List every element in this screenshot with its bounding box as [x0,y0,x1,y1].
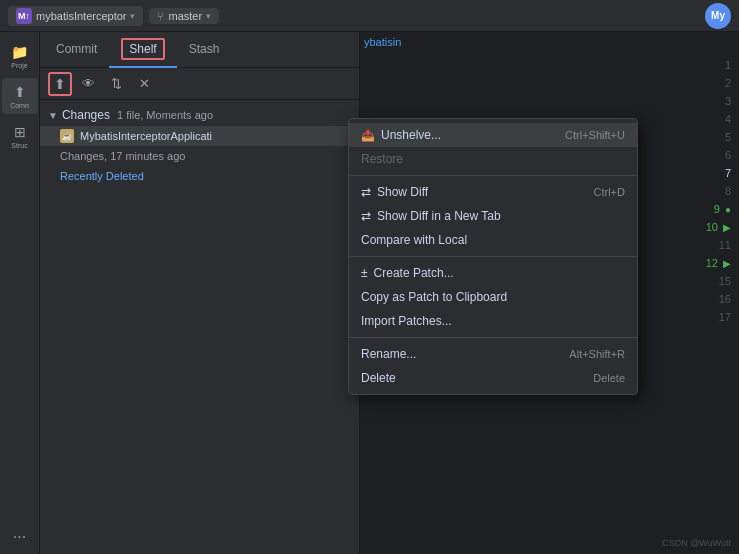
ctx-create-patch-text: Create Patch... [374,266,454,280]
ctx-rename[interactable]: Rename... Alt+Shift+R [349,342,637,366]
user-avatar[interactable]: My [705,3,731,29]
content-panel: Commit Shelf Stash ⬆ 👁 ⇅ ✕ [40,32,360,554]
ctx-import-patches-label: Import Patches... [361,314,452,328]
diff-icon: ⇄ [361,185,371,199]
line-3: 3 [711,92,731,110]
line-4: 4 [711,110,731,128]
ctx-import-patches[interactable]: Import Patches... [349,309,637,333]
ctx-compare-local[interactable]: Compare with Local [349,228,637,252]
file-partial-text: ybatisin [360,32,739,52]
sort-icon: ⇅ [111,76,122,91]
unshelve-button[interactable]: ⬆ [48,72,72,96]
sub-item-recently-deleted[interactable]: Recently Deleted [40,166,359,186]
project-icon: 📁 [11,44,28,60]
ctx-delete-text: Delete [361,371,396,385]
eye-icon: 👁 [82,76,95,91]
line-10: 10 ▶ [706,218,731,236]
toolbar: ⬆ 👁 ⇅ ✕ [40,68,359,100]
ctx-unshelve[interactable]: 📤 Unshelve... Ctrl+Shift+U [349,123,637,147]
user-section: My [705,3,731,29]
line-17: 17 [711,308,731,326]
file-item[interactable]: ☕ MybatisInterceptorApplicati [40,126,359,146]
ctx-show-diff[interactable]: ⇄ Show Diff Ctrl+D [349,180,637,204]
ctx-copy-patch-text: Copy as Patch to Clipboard [361,290,507,304]
ctx-restore: Restore [349,147,637,171]
ctx-show-diff-tab[interactable]: ⇄ Show Diff in a New Tab [349,204,637,228]
ctx-rename-shortcut: Alt+Shift+R [569,348,625,360]
run-icon-12: ▶ [723,255,731,273]
line-5: 5 [711,128,731,146]
repo-avatar: M↑ [16,8,32,24]
sidebar-item-commit-label: Comn [10,102,29,109]
ctx-delete-shortcut: Delete [593,372,625,384]
tabs-bar: Commit Shelf Stash [40,32,359,68]
repo-name: mybatisInterceptor [36,10,126,22]
tab-shelf-label: Shelf [121,38,164,60]
ctx-unshelve-text: Unshelve... [381,128,441,142]
branch-chevron-icon: ▾ [206,11,211,21]
ctx-copy-patch-label: Copy as Patch to Clipboard [361,290,507,304]
user-avatar-label: My [711,10,725,21]
tab-stash[interactable]: Stash [177,32,232,68]
ctx-copy-patch[interactable]: Copy as Patch to Clipboard [349,285,637,309]
sidebar-item-project[interactable]: 📁 Proje [2,38,38,74]
section-title: Changes [62,108,110,122]
line-15: 15 [711,272,731,290]
ctx-rename-label: Rename... [361,347,416,361]
file-name: MybatisInterceptorApplicati [80,130,212,142]
sort-button[interactable]: ⇅ [104,72,128,96]
collapse-arrow-icon: ▼ [48,110,58,121]
line-1: 1 [711,56,731,74]
unshelve-icon: ⬆ [54,76,66,92]
patch-icon: ± [361,266,368,280]
ctx-restore-label-group: Restore [361,152,403,166]
tab-commit[interactable]: Commit [44,32,109,68]
line-11: 11 [711,236,731,254]
repo-chevron-icon: ▾ [130,11,135,21]
ctx-show-diff-tab-text: Show Diff in a New Tab [377,209,501,223]
ctx-compare-label: Compare with Local [361,233,467,247]
close-button[interactable]: ✕ [132,72,156,96]
ctx-import-patches-text: Import Patches... [361,314,452,328]
sidebar-item-project-label: Proje [11,62,27,69]
branch-selector[interactable]: ⑂ master ▾ [149,8,219,24]
ctx-sep-1 [349,175,637,176]
ctx-restore-text: Restore [361,152,403,166]
ctx-unshelve-label-group: 📤 Unshelve... [361,128,441,142]
diff-tab-icon: ⇄ [361,209,371,223]
run-icon: ▶ [723,219,731,237]
close-icon: ✕ [139,76,150,91]
tab-shelf[interactable]: Shelf [109,32,176,68]
eye-button[interactable]: 👁 [76,72,100,96]
line-2: 2 [711,74,731,92]
commit-icon: ⬆ [14,84,26,100]
watermark: CSDN @WuWuIt [662,538,731,548]
sub-item-changes[interactable]: Changes, 17 minutes ago [40,146,359,166]
ctx-compare-text: Compare with Local [361,233,467,247]
line-9: 9 ● [711,200,731,218]
sidebar-item-structure-label: Struc [11,142,27,149]
left-sidebar: 📁 Proje ⬆ Comn ⊞ Struc ··· [0,32,40,554]
ctx-create-patch[interactable]: ± Create Patch... [349,261,637,285]
line-7: 7 [711,164,731,182]
ctx-delete-label: Delete [361,371,396,385]
ctx-create-patch-label: ± Create Patch... [361,266,454,280]
more-options-button[interactable]: ··· [13,528,26,546]
changes-header[interactable]: ▼ Changes 1 file, Moments ago [40,104,359,126]
ctx-unshelve-shortcut: Ctrl+Shift+U [565,129,625,141]
ctx-show-diff-shortcut: Ctrl+D [594,186,625,198]
ctx-sep-3 [349,337,637,338]
breakpoint-icon: ● [725,201,731,219]
line-8: 8 [711,182,731,200]
ctx-show-diff-tab-label: ⇄ Show Diff in a New Tab [361,209,501,223]
structure-icon: ⊞ [14,124,26,140]
ctx-delete[interactable]: Delete Delete [349,366,637,390]
sidebar-item-commit[interactable]: ⬆ Comn [2,78,38,114]
repo-selector[interactable]: M↑ mybatisInterceptor ▾ [8,6,143,26]
ctx-show-diff-text: Show Diff [377,185,428,199]
ctx-show-diff-label: ⇄ Show Diff [361,185,428,199]
ctx-sep-2 [349,256,637,257]
sidebar-item-structure[interactable]: ⊞ Struc [2,118,38,154]
line-12: 12 ▶ [706,254,731,272]
branch-name: master [168,10,202,22]
